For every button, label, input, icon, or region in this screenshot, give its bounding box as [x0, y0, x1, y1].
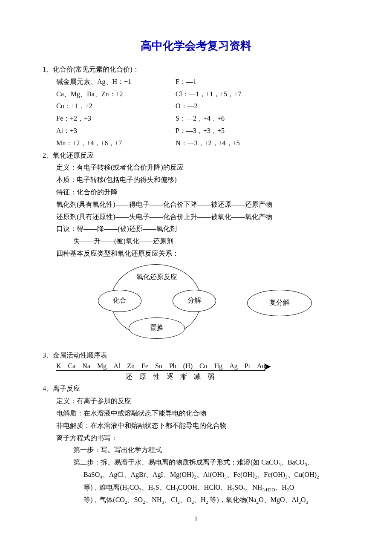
redox-line: 本质：电子转移(包括电子的得失和偏移): [43, 174, 349, 186]
valence-row: N：—3，+2，+4，+5: [176, 137, 241, 150]
t: 等)，气体(CO: [84, 496, 125, 503]
t: 、Al(OH): [196, 471, 225, 478]
redox-line: 口诀：得——降——(被)还原——氧化剂: [43, 223, 349, 235]
t: 、SO: [127, 496, 142, 503]
valence-row: Al：+3: [56, 125, 176, 137]
valence-row: Fe：+2，+3: [56, 113, 176, 125]
valence-row: Ca、Mg、Ba、Zn：+2: [56, 88, 176, 101]
redox-line: 特征：化合价的升降: [43, 186, 349, 199]
valence-table: 碱金属元素、Ag、H：+1 Ca、Mg、Ba、Zn：+2 Cu：+1，+2 Fe…: [43, 76, 349, 150]
redox-line: 定义：有电子转移(或者化合价升降)的反应: [43, 162, 349, 174]
t: 等)，难电离(H: [84, 484, 127, 491]
t: 、: [307, 459, 314, 466]
t: 等)，氧化物(Na: [208, 496, 256, 503]
activity-series: K Ca Na Mg Al Zn Fe Sn Pb (H) Cu Hg Ag P…: [56, 362, 349, 371]
redox-label: 氧化还原反应: [136, 273, 177, 282]
t: S、CH: [156, 484, 176, 491]
t: 第二步：拆。易溶于水、易电离的物质拆成离子形式；难溶(如 CaCO: [73, 459, 278, 466]
ionic-line: 非电解质：在水溶液中和熔融状态下都不能导电的化合物: [43, 420, 349, 432]
section-1-heading: 1、化合价(常见元素的化合价)：: [43, 63, 349, 76]
t: O: [289, 484, 294, 491]
valence-row: Mn：+2，+4，+6，+7: [56, 137, 176, 150]
decomposition-ellipse: 分解: [173, 290, 216, 312]
t: SO: [234, 484, 243, 491]
t: 、Fe(OH): [257, 471, 285, 478]
section-3-heading: 3、金属活动性顺序表: [43, 349, 349, 362]
t: 、NH: [245, 484, 262, 491]
t: 、H: [141, 484, 153, 491]
arrowhead-icon: ➤: [263, 361, 271, 372]
t: 、AgCl、AgBr、AgI、Mg(OH): [102, 471, 194, 478]
t: 、O: [180, 496, 192, 503]
t: 、BaCO: [281, 459, 305, 466]
page-number: 1: [43, 515, 349, 523]
step-2-line3: 等)，难电离(H2CO3、H2S、CH3COOH、HClO、H2SO3、NH3·…: [43, 482, 349, 494]
t: 、Cl: [164, 496, 177, 503]
t: 、Cu(OH): [288, 471, 317, 478]
section-2-heading: 2、氧化还原反应: [43, 150, 349, 162]
combination-ellipse: 化合: [98, 290, 141, 312]
step-2-line4: 等)，气体(CO2、SO2、NH3、Cl2、O2、H2 等)，氧化物(Na2O、…: [43, 494, 349, 506]
redox-relation: 四种基本反应类型和氧化还原反应关系：: [43, 248, 349, 260]
displacement-ellipse: 置换: [129, 317, 185, 339]
metathesis-ellipse: 复分解: [247, 290, 312, 316]
valence-row: Cl：—1，+1，+5，+7: [176, 88, 241, 101]
t: BaSO: [84, 471, 100, 478]
ionic-line: 离子方程式的书写：: [43, 432, 349, 444]
step-2-line1: 第二步：拆。易溶于水、易电离的物质拆成离子形式；难溶(如 CaCO3、BaCO3…: [43, 456, 349, 469]
redox-line: 氧化剂(具有氧化性)——得电子——化合价下降——被还原——还原产物: [43, 199, 349, 211]
ionic-line: 定义：有离子参加的反应: [43, 395, 349, 407]
t: 、NH: [145, 496, 162, 503]
valence-right-col: F：—1 Cl：—1，+1，+5，+7 O：—2 S：—2，+4，+6 P：—3…: [176, 76, 241, 150]
t: O、MgO、Al: [259, 496, 298, 503]
series-text: K Ca Na Mg Al Zn Fe Sn Pb (H) Cu Hg Ag P…: [56, 362, 265, 371]
valence-row: P：—3，+3，+5: [176, 125, 241, 137]
redox-mnemonic: 失——升——(被)氧化——还原剂: [43, 235, 349, 248]
section-4-heading: 4、离子反应: [43, 383, 349, 395]
page-title: 高中化学会考复习资料: [43, 38, 349, 53]
valence-row: S：—2，+4，+6: [176, 113, 241, 125]
ionic-line: 电解质：在水溶液中或熔融状态下能导电的化合物: [43, 407, 349, 420]
t: O: [301, 496, 306, 503]
t: COOH、HClO、H: [178, 484, 232, 491]
valence-left-col: 碱金属元素、Ag、H：+1 Ca、Mg、Ba、Zn：+2 Cu：+1，+2 Fe…: [56, 76, 176, 150]
t: CO: [130, 484, 139, 491]
valence-row: Cu：+1，+2: [56, 100, 176, 113]
series-caption: 还 原 性 逐 渐 减 弱: [56, 371, 286, 383]
document-page: 高中化学会考复习资料 1、化合价(常见元素的化合价)： 碱金属元素、Ag、H：+…: [0, 0, 392, 536]
t: 、H: [194, 496, 206, 503]
t: 、H: [275, 484, 287, 491]
redox-line: 还原剂(具有还原性)——失电子——化合价上升——被氧化——氧化产物: [43, 211, 349, 223]
t: 、Fe(OH): [227, 471, 255, 478]
valence-row: 碱金属元素、Ag、H：+1: [56, 76, 176, 88]
step-2-line2: BaSO4、AgCl、AgBr、AgI、Mg(OH)2、Al(OH)3、Fe(O…: [43, 469, 349, 481]
valence-row: O：—2: [176, 100, 241, 113]
step-1: 第一步：写。写出化学方程式: [43, 444, 349, 456]
valence-row: F：—1: [176, 76, 241, 88]
venn-diagram: 氧化还原反应 化合 分解 置换 复分解: [68, 264, 349, 341]
